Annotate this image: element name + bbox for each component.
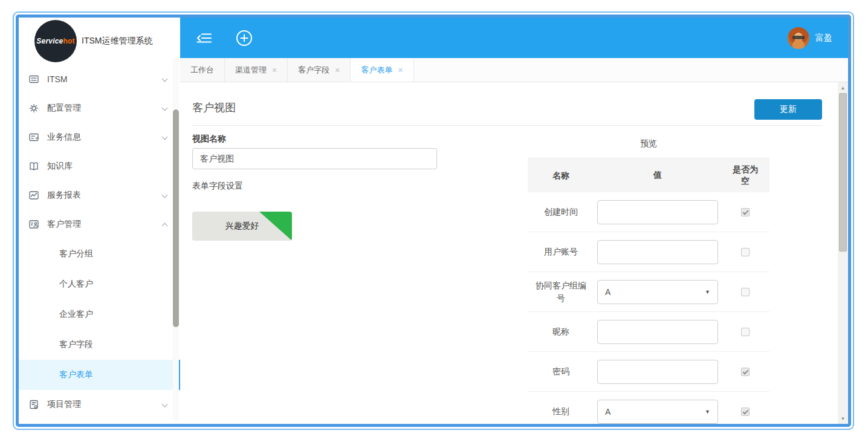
sidebar-nav: ITSM配置管理业务信息知识库服务报表客户管理客户分组个人客户企业客户客户字段客… [19,65,180,419]
not-empty-checkbox[interactable] [741,208,750,216]
preview-column-header: 名称 [528,169,594,182]
preview-row: 昵称 [528,312,769,352]
content-area: 客户视图 更新 视图名称 表单字段设置 兴趣爱好 预览 名称值是否为空创建时间用… [180,82,848,424]
list-icon [28,73,40,85]
sidebar-subitem[interactable]: 客户分组 [19,239,180,269]
chevron-down-icon [162,134,168,140]
field-value-cell: A▼ [594,280,721,304]
main-panel: 富盈 工作台渠道管理×客户字段×客户表单× 客户视图 更新 视图名称 表单字段设… [180,18,848,424]
tab-close-icon[interactable]: × [335,66,340,74]
not-empty-cell [721,328,769,336]
sidebar-item-label: 服务报表 [47,190,162,201]
select-caret-icon: ▼ [705,289,710,295]
book-icon [28,160,40,172]
preview-title: 预览 [528,138,769,149]
scroll-up-icon[interactable]: ▲ [838,83,848,93]
field-value-select[interactable]: A▼ [597,400,718,424]
sidebar-item[interactable]: 业务信息 [19,123,180,152]
tab[interactable]: 客户表单× [351,58,413,82]
sidebar-subitem[interactable]: 企业客户 [19,299,180,330]
preview-column-header: 是否为空 [721,164,769,187]
tab[interactable]: 客户字段× [288,58,351,82]
chevron-down-icon [162,76,168,82]
chip-corner-ribbon-icon [259,212,292,241]
sidebar-subitem[interactable]: 客户表单 [19,360,180,390]
sidebar-scrollbar-thumb[interactable] [173,109,179,327]
field-value-cell [594,240,721,264]
sidebar-item[interactable]: 项目管理 [19,390,180,419]
field-name: 性别 [528,405,594,418]
field-value-cell [594,360,721,384]
field-value-input[interactable] [597,320,718,344]
field-name: 协同客户组编号 [528,279,594,305]
sidebar-subitem-label: 客户字段 [59,339,168,350]
sidebar-subitem-label: 客户分组 [59,249,168,259]
chevron-down-icon [162,105,168,111]
view-name-input[interactable] [192,148,437,169]
chevron-down-icon [162,401,168,408]
content-scrollbar[interactable]: ▲ ▼ [838,82,848,424]
select-value: A [605,287,611,297]
project-icon [28,398,40,411]
sidebar-item-label: 知识库 [47,161,162,172]
chevron-up-icon [162,221,168,227]
sidebar-item[interactable]: 服务报表 [19,181,180,210]
tab[interactable]: 工作台 [180,58,225,82]
card-icon [28,131,40,143]
field-name: 用户账号 [528,245,594,258]
field-chip-label: 兴趣爱好 [225,221,259,232]
app-title: ITSM运维管理系统 [82,36,152,47]
tab[interactable]: 渠道管理× [225,58,288,82]
preview-row: 性别A▼ [528,392,769,424]
brand: Servicehot ITSM运维管理系统 [19,18,180,65]
field-chip-interest[interactable]: 兴趣爱好 [192,212,292,241]
sidebar-item[interactable]: ITSM [19,65,180,94]
field-value-input[interactable] [597,360,718,384]
user-menu[interactable]: 富盈 [788,27,832,49]
sidebar-item[interactable]: 知识库 [19,152,180,181]
sidebar-scrollbar-track[interactable] [173,57,179,421]
not-empty-checkbox[interactable] [741,328,750,336]
sidebar-item-label: 配置管理 [47,103,162,114]
title-divider [192,125,822,126]
fold-menu-icon[interactable] [196,32,212,44]
sidebar-subitem-label: 企业客户 [59,309,168,320]
field-value-input[interactable] [597,200,718,224]
not-empty-cell [721,208,769,216]
field-value-input[interactable] [597,240,718,264]
sidebar-subitem[interactable]: 个人客户 [19,269,180,299]
tab-close-icon[interactable]: × [398,66,403,74]
view-name-label: 视图名称 [192,134,226,145]
not-empty-cell [721,248,769,256]
scroll-down-icon[interactable]: ▼ [838,414,848,423]
logo-text-hot: hot [63,37,74,45]
sidebar: Servicehot ITSM运维管理系统 ITSM配置管理业务信息知识库服务报… [19,18,180,424]
content-scrollbar-thumb[interactable] [839,93,847,252]
not-empty-checkbox[interactable] [741,368,750,376]
sidebar-item[interactable]: 配置管理 [19,94,180,123]
field-value-cell [594,320,721,344]
sidebar-subitem[interactable]: 客户字段 [19,330,180,360]
sidebar-subitem-label: 客户表单 [59,369,166,380]
sidebar-submenu: 客户分组个人客户企业客户客户字段客户表单 [19,239,180,390]
sidebar-item-label: 业务信息 [47,132,162,143]
gear-icon [28,102,40,114]
window-frame: Servicehot ITSM运维管理系统 ITSM配置管理业务信息知识库服务报… [13,11,854,430]
sidebar-item-label: 客户管理 [47,219,162,230]
field-value-cell: A▼ [594,400,721,424]
update-button[interactable]: 更新 [754,99,822,120]
not-empty-checkbox[interactable] [741,248,750,256]
not-empty-checkbox[interactable] [741,408,750,416]
plus-circle-icon[interactable] [235,29,253,47]
sidebar-item[interactable]: 客户管理 [19,210,180,239]
not-empty-checkbox[interactable] [741,288,750,296]
report-icon [28,189,40,201]
tab-close-icon[interactable]: × [272,66,277,74]
avatar[interactable] [788,27,809,49]
not-empty-cell [721,288,769,296]
chevron-down-icon [162,192,168,198]
field-value-select[interactable]: A▼ [597,280,718,304]
preview-column-header: 值 [594,170,721,181]
tab-label: 客户表单 [361,65,392,76]
preview-header-row: 名称值是否为空 [528,158,769,192]
